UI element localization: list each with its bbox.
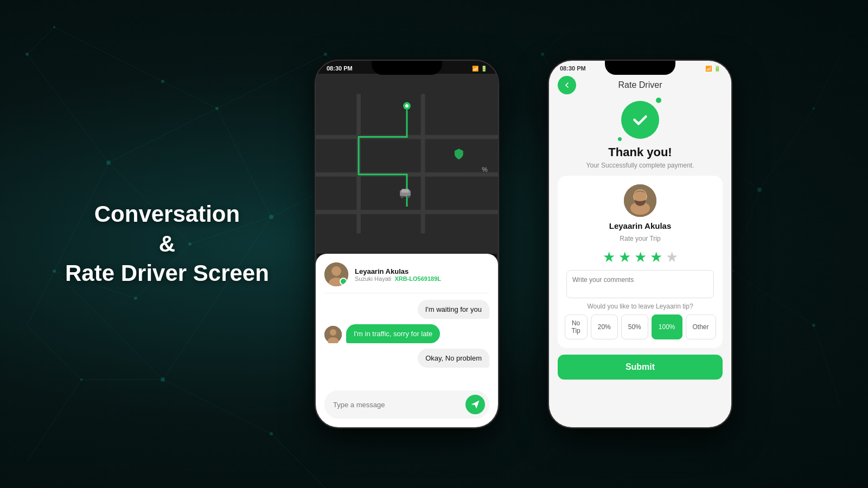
- svg-line-13: [217, 54, 326, 108]
- svg-point-83: [331, 266, 341, 276]
- svg-point-86: [330, 329, 336, 336]
- svg-line-46: [814, 325, 841, 407]
- driver-name: Leyaarin Akulas: [355, 267, 489, 275]
- driver-details: Leyaarin Akulas Suzuki Hayati XRB-LO5691…: [355, 267, 489, 282]
- msg-bubble-incoming2: Okay, No problem: [418, 349, 489, 368]
- star-1[interactable]: ★: [603, 249, 615, 266]
- svg-line-7: [54, 27, 163, 81]
- phone1-status-icons: 📶 🔋: [472, 66, 487, 72]
- phone2-notch: [605, 61, 675, 75]
- svg-point-79: [401, 196, 404, 198]
- wifi-icon: 📶: [705, 66, 712, 72]
- comments-input[interactable]: [566, 270, 714, 298]
- tip-section: Would you like to leave Leyaarin tip? No…: [566, 303, 714, 339]
- phone1-time: 08:30 PM: [327, 65, 353, 72]
- svg-line-19: [27, 271, 54, 325]
- svg-line-9: [27, 27, 54, 54]
- hero-text: Conversation & Rate Driver Screen: [65, 200, 269, 288]
- rate-header: Rate Driver: [549, 74, 731, 97]
- driver-card: Leyaarin Akulas Rate your Trip ★ ★ ★ ★ ★…: [558, 176, 723, 348]
- tip-no-tip[interactable]: No Tip: [565, 314, 588, 339]
- user-avatar-small: [324, 326, 342, 343]
- tip-20[interactable]: 20%: [591, 314, 618, 339]
- svg-point-28: [215, 107, 219, 110]
- star-5[interactable]: ★: [666, 249, 678, 266]
- message-item: I'm in traffic, sorry for late: [324, 324, 489, 343]
- driver-avatar: [324, 262, 348, 286]
- phone2-shell: 08:30 PM 📶 🔋 Rate Driver: [548, 60, 732, 428]
- tip-label: Would you like to leave Leyaarin tip?: [566, 303, 714, 310]
- phone1-notch: [372, 61, 442, 75]
- svg-line-12: [271, 434, 326, 488]
- phone-rate-driver: 08:30 PM 📶 🔋 Rate Driver: [548, 60, 732, 428]
- svg-point-34: [324, 53, 327, 56]
- star-4[interactable]: ★: [650, 249, 662, 266]
- star-rating[interactable]: ★ ★ ★ ★ ★: [603, 249, 678, 266]
- svg-line-0: [27, 54, 108, 163]
- hero-line3: Rate Driver Screen: [65, 260, 269, 286]
- chat-input-bar[interactable]: [324, 390, 489, 419]
- svg-point-54: [541, 53, 544, 56]
- svg-line-50: [542, 27, 570, 54]
- success-icon: [621, 101, 659, 139]
- driver-card-name: Leyaarin Akulas: [609, 221, 672, 230]
- message-item: Okay, No problem: [324, 349, 489, 368]
- map-view: %: [316, 74, 498, 254]
- message-item: I'm waiting for you: [324, 300, 489, 319]
- driver-plate: XRB-LO569189L: [394, 275, 441, 282]
- svg-point-24: [25, 53, 29, 56]
- battery-icon: 🔋: [481, 66, 487, 72]
- svg-point-31: [53, 26, 55, 28]
- battery-icon: 🔋: [714, 66, 720, 72]
- submit-button[interactable]: Submit: [558, 355, 723, 380]
- msg-bubble-incoming1: I'm waiting for you: [418, 300, 489, 319]
- phone1-shell: 08:30 PM 📶 🔋: [315, 60, 499, 428]
- svg-point-25: [106, 160, 111, 165]
- driver-sub: Suzuki Hayati XRB-LO569189L: [355, 275, 489, 282]
- svg-line-11: [27, 380, 81, 461]
- thank-you-text: Thank you!: [608, 145, 672, 159]
- svg-line-44: [732, 190, 760, 271]
- svg-point-57: [757, 188, 762, 192]
- svg-line-3: [108, 108, 217, 163]
- phone2-status-icons: 📶 🔋: [705, 66, 720, 72]
- svg-rect-78: [401, 189, 409, 192]
- hero-line1: Conversation: [94, 201, 240, 227]
- svg-point-60: [812, 324, 815, 327]
- rate-screen: Rate Driver Thank you! Your Successfully…: [549, 74, 731, 427]
- back-button[interactable]: [558, 76, 576, 94]
- phone2-time: 08:30 PM: [560, 65, 586, 72]
- svg-point-32: [161, 80, 164, 83]
- star-2[interactable]: ★: [618, 249, 631, 266]
- svg-point-58: [813, 107, 815, 110]
- svg-line-42: [760, 108, 814, 190]
- star-3[interactable]: ★: [634, 249, 647, 266]
- message-input[interactable]: [333, 401, 460, 409]
- svg-point-30: [270, 432, 273, 435]
- phone-conversation: 08:30 PM 📶 🔋: [315, 60, 499, 428]
- svg-point-27: [161, 377, 165, 382]
- tip-options: No Tip 20% 50% 100% Other: [566, 314, 714, 339]
- tip-other[interactable]: Other: [686, 314, 716, 339]
- driver-info-bar: Leyaarin Akulas Suzuki Hayati XRB-LO5691…: [324, 262, 489, 293]
- send-button[interactable]: [465, 395, 485, 414]
- driver-card-avatar: [624, 184, 656, 217]
- svg-point-80: [407, 196, 410, 198]
- rate-trip-label: Rate your Trip: [620, 235, 660, 242]
- chat-panel: Leyaarin Akulas Suzuki Hayati XRB-LO5691…: [316, 254, 498, 427]
- tip-100[interactable]: 100%: [652, 314, 682, 339]
- wifi-icon: 📶: [472, 66, 478, 72]
- msg-bubble-outgoing: I'm in traffic, sorry for late: [346, 324, 440, 343]
- svg-line-43: [814, 54, 841, 108]
- svg-line-8: [163, 81, 217, 108]
- svg-point-38: [134, 297, 137, 300]
- svg-line-18: [27, 325, 81, 380]
- hero-line2: &: [159, 231, 175, 256]
- success-section: Thank you! Your Successfully complete pa…: [549, 97, 731, 176]
- rate-screen-title: Rate Driver: [618, 80, 662, 90]
- svg-text:%: %: [482, 166, 488, 174]
- payment-success-text: Your Successfully complete payment.: [586, 162, 694, 169]
- svg-point-26: [53, 269, 56, 273]
- tip-50[interactable]: 50%: [621, 314, 648, 339]
- svg-line-6: [163, 380, 271, 434]
